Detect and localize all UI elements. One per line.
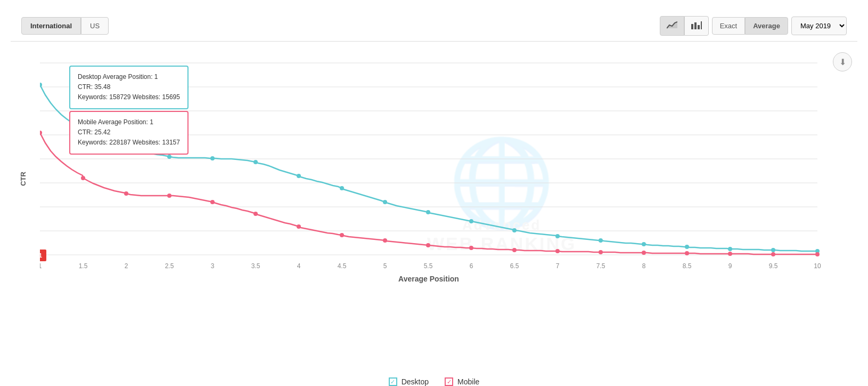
mobile-dot[interactable] (383, 238, 387, 243)
svg-text:7.5: 7.5 (596, 262, 605, 270)
desktop-dot[interactable] (340, 186, 344, 190)
svg-text:5: 5 (383, 262, 387, 270)
area-chart-btn[interactable] (660, 16, 684, 36)
svg-text:2: 2 (125, 262, 128, 270)
tooltip-desktop-ctr: CTR: 35.48 (78, 82, 180, 92)
svg-text:4.5: 4.5 (338, 262, 347, 270)
mobile-dot[interactable] (469, 246, 473, 250)
svg-marker-0 (667, 22, 677, 28)
y-axis-label: CTR (19, 172, 27, 186)
desktop-dot[interactable] (297, 174, 301, 178)
exact-btn[interactable]: Exact (712, 17, 746, 35)
desktop-line (40, 85, 817, 251)
mobile-dot[interactable] (599, 250, 603, 254)
mobile-dot[interactable] (167, 194, 171, 198)
tooltip-mobile-ctr: CTR: 25.42 (78, 127, 180, 138)
desktop-dot[interactable] (383, 200, 387, 204)
desktop-dot[interactable] (253, 160, 258, 164)
chart-area: CTR ⬇ 🌐 Advanced WEB RANKING 40 (11, 47, 857, 372)
svg-rect-1 (691, 24, 693, 29)
desktop-dot[interactable] (210, 156, 215, 160)
legend: ✓ Desktop ✓ Mobile (11, 377, 857, 386)
mobile-dot[interactable] (40, 131, 42, 135)
bar-chart-btn[interactable] (684, 16, 709, 36)
download-icon: ⬇ (839, 57, 846, 67)
svg-text:2.5: 2.5 (165, 262, 174, 270)
mobile-dot[interactable] (253, 212, 258, 216)
mobile-dot[interactable] (771, 252, 775, 256)
mobile-dot[interactable] (815, 252, 820, 256)
mobile-dot[interactable] (512, 248, 517, 252)
svg-text:3.5: 3.5 (251, 262, 260, 270)
mobile-dot[interactable] (81, 176, 85, 180)
desktop-dot[interactable] (40, 83, 42, 87)
mobile-dot[interactable] (728, 252, 732, 256)
geo-us-btn[interactable]: US (81, 17, 109, 35)
desktop-dot[interactable] (642, 242, 646, 246)
svg-text:1: 1 (40, 262, 42, 270)
svg-text:7: 7 (556, 262, 560, 270)
svg-text:9.5: 9.5 (769, 262, 778, 270)
svg-rect-2 (694, 22, 697, 29)
desktop-legend-label: Desktop (402, 377, 429, 386)
tooltip-desktop-keywords: Keywords: 158729 Websites: 15695 (78, 92, 180, 102)
desktop-dot[interactable] (685, 245, 689, 249)
geo-button-group: International US (21, 17, 109, 35)
exact-avg-group: Exact Average (712, 17, 788, 35)
geo-international-btn[interactable]: International (21, 17, 81, 35)
desktop-dot[interactable] (599, 238, 603, 243)
tooltip-mobile: Mobile Average Position: 1 CTR: 25.42 Ke… (69, 111, 189, 155)
legend-desktop[interactable]: ✓ Desktop (389, 377, 429, 386)
svg-text:5.5: 5.5 (424, 262, 433, 270)
tooltip-desktop: Desktop Average Position: 1 CTR: 35.48 K… (69, 66, 189, 109)
svg-text:4: 4 (297, 262, 301, 270)
desktop-dot[interactable] (728, 247, 732, 251)
mobile-dot[interactable] (340, 233, 344, 237)
svg-text:8: 8 (642, 262, 646, 270)
desktop-dot[interactable] (426, 210, 430, 214)
bar-chart-icon (691, 21, 702, 29)
date-select[interactable]: May 2019 Apr 2019 Mar 2019 Feb 2019 Jan … (791, 17, 847, 35)
svg-text:8.5: 8.5 (683, 262, 692, 270)
legend-mobile[interactable]: ✓ Mobile (445, 377, 479, 386)
area-chart-icon (667, 21, 677, 29)
mobile-dot[interactable] (426, 243, 430, 247)
desktop-dot[interactable] (469, 219, 473, 223)
tooltip-desktop-title: Desktop Average Position: 1 (78, 72, 180, 82)
svg-rect-3 (698, 25, 700, 29)
mobile-dot[interactable] (555, 249, 560, 253)
mobile-dot[interactable] (124, 191, 128, 196)
chart-type-group (660, 16, 709, 36)
mobile-legend-label: Mobile (457, 377, 479, 386)
mobile-dot[interactable] (685, 251, 689, 255)
page-container: International US Exact A (0, 0, 868, 386)
desktop-dot[interactable] (512, 228, 517, 232)
download-btn[interactable]: ⬇ (833, 52, 852, 71)
svg-rect-4 (701, 21, 702, 29)
mobile-checkbox[interactable]: ✓ (445, 377, 453, 386)
desktop-dot[interactable] (771, 248, 775, 252)
svg-text:3: 3 (211, 262, 215, 270)
toolbar: International US Exact A (11, 11, 857, 42)
average-btn[interactable]: Average (745, 17, 788, 35)
svg-text:6.5: 6.5 (510, 262, 519, 270)
desktop-checkbox[interactable]: ✓ (389, 377, 397, 386)
desktop-dot[interactable] (167, 155, 171, 159)
mobile-dot[interactable] (210, 200, 215, 204)
svg-text:9: 9 (728, 262, 732, 270)
tooltip-mobile-title: Mobile Average Position: 1 (78, 117, 180, 127)
mobile-dot[interactable] (297, 224, 301, 229)
tooltip-mobile-keywords: Keywords: 228187 Websites: 13157 (78, 138, 180, 148)
desktop-dot[interactable] (555, 234, 560, 238)
mobile-dot[interactable] (642, 251, 646, 255)
svg-text:10: 10 (814, 262, 821, 270)
svg-text:1.5: 1.5 (79, 262, 88, 270)
svg-text:6: 6 (470, 262, 473, 270)
svg-text:1: 1 (40, 252, 42, 259)
svg-text:Average Position: Average Position (398, 275, 459, 283)
